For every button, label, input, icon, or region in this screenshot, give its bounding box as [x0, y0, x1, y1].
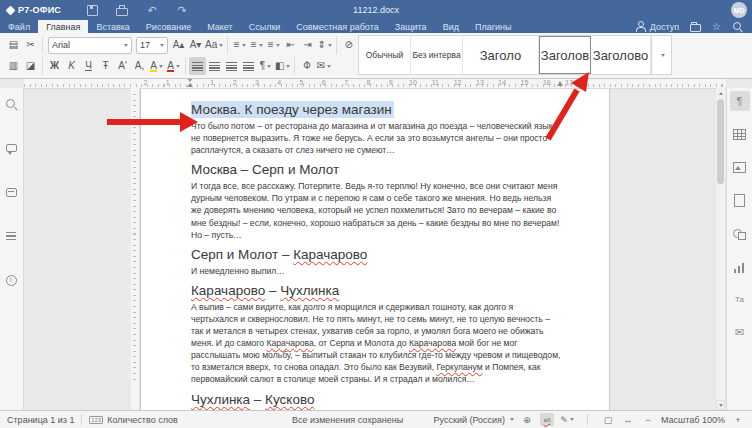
style-chip-2[interactable]: Без интерва	[411, 36, 463, 74]
menu-tab-6[interactable]: Ссылки	[241, 20, 289, 33]
font-size-combo[interactable]: 17	[136, 37, 168, 54]
comments-button[interactable]	[2, 138, 22, 158]
cut-button[interactable]: ✂	[22, 36, 39, 54]
fit-page-icon: ▢	[604, 415, 613, 425]
style-chip-4[interactable]: Заголов	[539, 36, 591, 74]
scrollbar-thumb[interactable]	[717, 99, 724, 184]
paragraph-shading-button[interactable]: ◧	[274, 57, 291, 75]
increment-font-button[interactable]: A▴	[170, 36, 187, 54]
fit-page-button[interactable]: ▢	[601, 413, 615, 426]
menu-tab-5[interactable]: Макет	[199, 20, 240, 33]
horizontal-ruler[interactable]: 211234567891011121314151617	[24, 78, 726, 89]
textart-settings-button[interactable]: Та	[730, 289, 750, 309]
left-indent-marker[interactable]	[187, 83, 193, 87]
page-indicator[interactable]: Страница 1 из 1	[7, 415, 74, 425]
align-right-button[interactable]	[223, 57, 240, 75]
menu-tab-3[interactable]: Вставка	[88, 20, 137, 33]
paste-button[interactable]: ▤	[5, 36, 22, 54]
menu-tab-4[interactable]: Рисование	[138, 20, 199, 33]
vertical-ruler[interactable]	[131, 88, 140, 410]
numbering-icon: ≡	[251, 40, 257, 50]
search-button[interactable]	[732, 21, 743, 32]
mail-merge-button[interactable]: ✉	[315, 57, 332, 75]
misspelled-word: Карачарова	[409, 338, 456, 348]
menu-tab-10[interactable]: Плагины	[467, 20, 519, 33]
feedback-button[interactable]	[2, 182, 22, 202]
style-chip-5[interactable]: Заголово	[591, 36, 651, 74]
line-spacing-button[interactable]: ⇕	[316, 36, 333, 54]
subscript-button[interactable]: A,	[131, 57, 148, 75]
save-button[interactable]	[85, 3, 99, 17]
align-center-button[interactable]	[206, 57, 223, 75]
copy-style-button[interactable]: ◪	[22, 57, 39, 75]
app-logo-icon	[6, 5, 16, 15]
font-color-icon: А	[167, 61, 174, 72]
align-justify-button[interactable]	[240, 57, 257, 75]
change-case-button[interactable]: Aa	[204, 36, 224, 54]
font-name-combo[interactable]: Arial	[48, 37, 132, 54]
document-page[interactable]: Москва. К поезду через магазинЧто было п…	[140, 88, 610, 410]
decrease-indent-button[interactable]: ⇤	[282, 36, 299, 54]
menu-tab-2[interactable]: Главная	[38, 20, 88, 33]
font-color-button[interactable]: А	[165, 57, 182, 75]
paragraph-settings-button[interactable]: ¶	[730, 91, 750, 111]
chevron-down-icon	[661, 54, 665, 57]
underline-button[interactable]: Ч	[80, 57, 97, 75]
decrement-font-button[interactable]: A▾	[187, 36, 204, 54]
avatar[interactable]: MD	[731, 2, 747, 18]
headers-footers-settings-button[interactable]	[730, 190, 750, 210]
chart-settings-button[interactable]	[730, 256, 750, 276]
multilevel-list-button[interactable]: ≡	[265, 36, 282, 54]
search-button[interactable]	[2, 94, 22, 114]
superscript-button[interactable]: A′	[114, 57, 131, 75]
spellcheck-button[interactable]: аб	[540, 413, 554, 426]
paste-icon: ▤	[9, 40, 18, 50]
track-changes-button[interactable]: ✎	[560, 413, 574, 426]
clear-style-button[interactable]: ⊘	[340, 36, 357, 54]
style-chip-1[interactable]: Обычный	[359, 36, 411, 74]
document-canvas[interactable]: Москва. К поезду через магазинЧто было п…	[24, 88, 726, 410]
italic-button[interactable]: K	[63, 57, 80, 75]
open-file-location-button[interactable]	[690, 21, 701, 32]
increase-indent-button[interactable]: ⇥	[299, 36, 316, 54]
scroll-up-button[interactable]	[716, 88, 725, 98]
favorite-button[interactable]: ☆	[712, 21, 721, 32]
menu-tab-1[interactable]: Файл	[0, 20, 38, 33]
scroll-down-button[interactable]	[716, 400, 725, 410]
highlight-color-button[interactable]: А	[148, 57, 165, 75]
misspelled-word: Чухлинка	[280, 283, 339, 298]
shape-settings-button[interactable]	[730, 223, 750, 243]
mailmerge-settings-button[interactable]: ✉	[730, 322, 750, 342]
format-painter-button[interactable]: Ф	[298, 57, 315, 75]
folder-icon	[690, 21, 701, 32]
align-left-button[interactable]	[189, 57, 206, 75]
right-indent-marker[interactable]	[557, 81, 563, 86]
zoom-out-button[interactable]: −	[641, 413, 655, 426]
bullets-button[interactable]: ≡	[231, 36, 248, 54]
copy-button[interactable]: ▥	[5, 57, 22, 75]
caret-up-icon	[719, 92, 723, 95]
fit-width-button[interactable]: ↔	[621, 413, 635, 426]
about-button[interactable]	[2, 270, 22, 290]
nonprinting-characters-button[interactable]: ¶	[257, 57, 274, 75]
navigation-button[interactable]	[2, 226, 22, 246]
menu-tab-9[interactable]: Вид	[435, 20, 467, 33]
image-settings-button[interactable]	[730, 157, 750, 177]
language-selector[interactable]: Русский (Россия)	[434, 415, 514, 425]
style-chip-3[interactable]: Заголо	[463, 36, 539, 74]
menu-tab-7[interactable]: Совместная работа	[288, 20, 386, 33]
zoom-in-button[interactable]: +	[731, 413, 745, 426]
word-count-button[interactable]: Количество слов	[107, 415, 177, 425]
strikethrough-button[interactable]: Ŧ	[97, 57, 114, 75]
table-settings-button[interactable]	[730, 124, 750, 144]
numbering-button[interactable]: ≡	[248, 36, 265, 54]
vertical-scrollbar[interactable]	[716, 88, 725, 410]
undo-button[interactable]: ↶	[145, 3, 159, 17]
set-language-button[interactable]: ⊕	[520, 413, 534, 426]
bold-button[interactable]: Ж	[46, 57, 63, 75]
styles-gallery-expand-button[interactable]	[652, 35, 672, 75]
redo-button[interactable]: ↷	[175, 3, 189, 17]
menu-tab-8[interactable]: Защита	[387, 20, 435, 33]
access-button[interactable]: Доступ	[635, 21, 679, 32]
print-button[interactable]	[115, 3, 129, 17]
